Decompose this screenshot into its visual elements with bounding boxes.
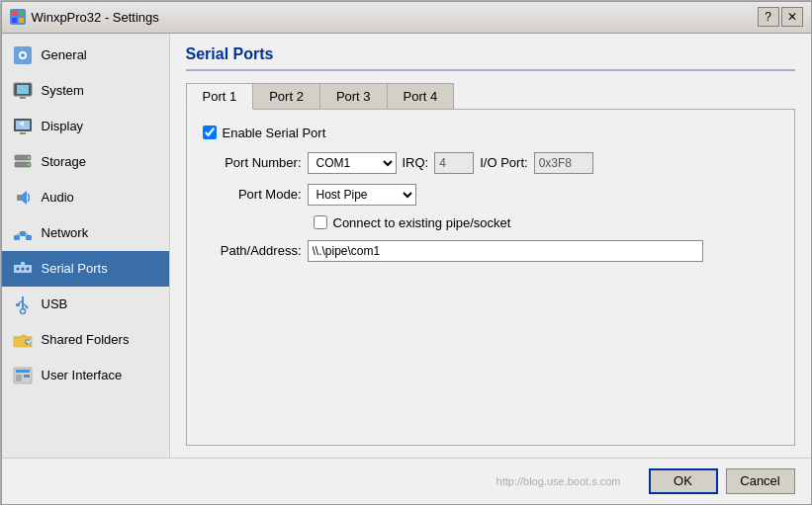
sidebar-item-network[interactable]: Network [2, 215, 169, 251]
svg-rect-12 [20, 132, 26, 134]
svg-rect-39 [24, 375, 30, 378]
title-bar-left: WinxpPro32 - Settings [10, 9, 159, 25]
title-bar: WinxpPro32 - Settings ? ✕ [2, 2, 811, 34]
svg-rect-20 [14, 235, 20, 240]
network-icon [12, 222, 34, 244]
tab-port3[interactable]: Port 3 [319, 83, 388, 110]
path-address-input[interactable] [308, 240, 703, 262]
sidebar-item-usb[interactable]: USB [2, 287, 169, 322]
svg-rect-8 [17, 85, 29, 94]
tab-port1[interactable]: Port 1 [186, 83, 254, 110]
port-tabs: Port 1 Port 2 Port 3 Port 4 [186, 83, 795, 110]
path-address-label: Path/Address: [203, 243, 302, 258]
title-bar-buttons: ? ✕ [758, 7, 803, 27]
svg-point-26 [16, 267, 19, 270]
tab-content: Enable Serial Port Port Number: COM1 COM… [186, 109, 795, 446]
port-number-select[interactable]: COM1 COM2 COM3 COM4 [308, 152, 397, 174]
port-number-row: Port Number: COM1 COM2 COM3 COM4 IRQ: I/… [203, 152, 778, 174]
svg-point-6 [21, 53, 25, 57]
enable-serial-port-checkbox[interactable] [203, 126, 217, 139]
svg-rect-21 [20, 231, 26, 236]
port-number-label: Port Number: [203, 155, 302, 170]
sidebar-item-serial-ports[interactable]: Serial Ports [2, 251, 169, 287]
app-icon [10, 9, 26, 25]
svg-point-30 [20, 308, 25, 313]
sidebar-item-user-interface[interactable]: User Interface [2, 358, 169, 393]
svg-rect-37 [16, 370, 30, 373]
svg-point-16 [27, 156, 29, 158]
svg-point-17 [27, 163, 29, 165]
sidebar-item-display[interactable]: Display [2, 109, 169, 144]
sidebar-item-audio[interactable]: Audio [2, 180, 169, 215]
io-port-input[interactable] [534, 152, 593, 174]
sidebar: General System [2, 34, 170, 458]
sidebar-item-shared-folders[interactable]: Shared Folders [2, 322, 169, 358]
svg-rect-0 [12, 11, 17, 16]
dialog-footer: http://blog.use.boot.s.com OK Cancel [2, 458, 811, 504]
watermark: http://blog.use.boot.s.com [18, 475, 621, 487]
irq-input[interactable] [434, 152, 474, 174]
sidebar-label-display: Display [42, 119, 84, 133]
enable-serial-port-row: Enable Serial Port [203, 126, 778, 140]
sidebar-label-user-interface: User Interface [42, 368, 123, 382]
svg-rect-33 [16, 303, 20, 306]
svg-rect-22 [26, 235, 32, 240]
svg-rect-2 [12, 18, 17, 23]
svg-marker-19 [22, 191, 27, 205]
sidebar-label-serial-ports: Serial Ports [42, 261, 108, 276]
port-mode-select[interactable]: Host Pipe Host Device Raw File TCP Socke… [308, 184, 416, 206]
display-icon [12, 116, 34, 137]
svg-point-28 [26, 267, 29, 270]
serial-ports-icon [12, 258, 34, 280]
io-port-label: I/O Port: [480, 155, 527, 170]
sidebar-label-network: Network [42, 225, 89, 240]
port-mode-row: Port Mode: Host Pipe Host Device Raw Fil… [203, 184, 778, 206]
sidebar-label-system: System [42, 83, 84, 98]
section-title: Serial Ports [186, 45, 795, 71]
general-icon [12, 44, 34, 66]
user-interface-icon [12, 365, 34, 386]
svg-point-27 [21, 267, 24, 270]
system-icon [12, 80, 34, 102]
svg-rect-38 [16, 375, 22, 381]
storage-icon [12, 151, 34, 173]
sidebar-item-general[interactable]: General [2, 38, 169, 73]
svg-rect-1 [19, 11, 24, 16]
sidebar-item-storage[interactable]: Storage [2, 144, 169, 180]
connect-existing-checkbox[interactable] [314, 215, 327, 229]
ok-button[interactable]: OK [649, 468, 718, 494]
usb-icon [12, 294, 34, 315]
port-mode-label: Port Mode: [203, 187, 302, 202]
sidebar-label-general: General [42, 47, 87, 62]
path-address-row: Path/Address: [203, 240, 778, 262]
audio-icon [12, 187, 34, 209]
svg-rect-40 [24, 379, 30, 381]
svg-marker-34 [25, 306, 29, 309]
svg-rect-18 [17, 195, 22, 201]
svg-rect-3 [19, 18, 24, 23]
svg-rect-29 [21, 262, 25, 266]
main-content: Serial Ports Port 1 Port 2 Port 3 Port 4… [170, 34, 811, 458]
close-button[interactable]: ✕ [781, 7, 803, 27]
irq-label: IRQ: [403, 155, 429, 170]
dialog-body: General System [2, 34, 811, 458]
help-button[interactable]: ? [758, 7, 779, 27]
sidebar-label-shared-folders: Shared Folders [42, 332, 130, 347]
tab-port2[interactable]: Port 2 [252, 83, 320, 110]
sidebar-label-storage: Storage [42, 154, 87, 169]
settings-dialog: WinxpPro32 - Settings ? ✕ General [1, 1, 812, 505]
cancel-button[interactable]: Cancel [726, 468, 795, 494]
sidebar-item-system[interactable]: System [2, 73, 169, 109]
svg-rect-9 [20, 97, 26, 99]
shared-folders-icon [12, 329, 34, 351]
sidebar-label-usb: USB [42, 296, 68, 311]
connect-existing-label: Connect to existing pipe/socket [333, 215, 511, 230]
sidebar-label-audio: Audio [42, 190, 74, 205]
enable-serial-port-label: Enable Serial Port [223, 126, 326, 140]
connect-existing-row: Connect to existing pipe/socket [203, 215, 778, 230]
dialog-title: WinxpPro32 - Settings [32, 10, 159, 25]
tab-port4[interactable]: Port 4 [387, 83, 455, 110]
